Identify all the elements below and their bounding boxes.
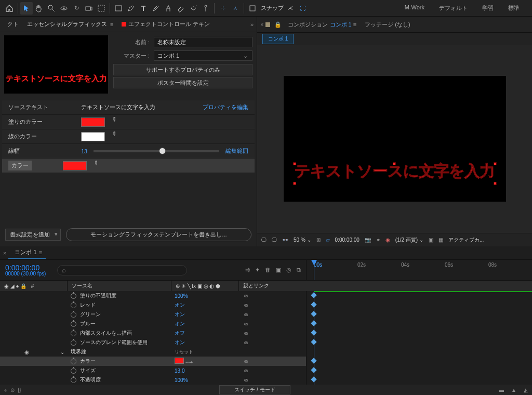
viewer-time[interactable]: 0:00:00:00 bbox=[335, 237, 360, 243]
rotate-tool-icon[interactable]: ↻ bbox=[70, 2, 83, 15]
stopwatch-icon[interactable] bbox=[71, 368, 76, 374]
snap-label[interactable]: スナップ bbox=[261, 4, 284, 12]
timeline-tab[interactable]: コンポ 1 ≡ bbox=[8, 247, 46, 259]
pickwhip-icon[interactable]: ෧ bbox=[244, 359, 249, 364]
hdr-parent[interactable]: 親とリンク bbox=[239, 281, 307, 291]
stopwatch-icon[interactable] bbox=[71, 312, 76, 318]
comp-subtab[interactable]: コンポ 1 bbox=[262, 34, 294, 44]
edit-range-link[interactable]: 編集範囲 bbox=[225, 147, 248, 155]
tab-essential-graphics[interactable]: エッセンシャルグラフィックス≡ bbox=[23, 18, 117, 30]
timeline-footer-icons[interactable]: ⟐⊙{} bbox=[4, 387, 21, 393]
edit-properties-link[interactable]: プロパティを編集 bbox=[203, 103, 248, 111]
axis-icon[interactable]: ⊹ bbox=[217, 2, 229, 15]
resolution-dropdown[interactable]: (1/2 画質) ⌄ bbox=[395, 236, 423, 244]
pen-tool-icon[interactable] bbox=[125, 2, 137, 15]
pickwhip-icon[interactable]: ෧ bbox=[244, 340, 249, 346]
pickwhip-icon[interactable]: ෧ bbox=[244, 331, 249, 336]
switch-mode-button[interactable]: スイッチ / モード bbox=[219, 385, 290, 394]
set-poster-time-button[interactable]: ポスター時間を設定 bbox=[113, 77, 252, 88]
link-icon[interactable]: ⚭ bbox=[376, 237, 380, 243]
home-icon[interactable] bbox=[3, 2, 16, 15]
tl-icon-1[interactable]: ⇉ bbox=[245, 267, 250, 273]
export-mogrt-button[interactable]: モーショングラフィックステンプレートを書き出し... bbox=[66, 228, 251, 241]
workspace-default[interactable]: デフォルト bbox=[439, 4, 468, 12]
stopwatch-icon[interactable] bbox=[71, 359, 76, 364]
display-icon[interactable]: 🖵 bbox=[272, 237, 277, 243]
pickwhip-icon[interactable]: ෧ bbox=[244, 321, 249, 327]
eraser-tool-icon[interactable] bbox=[175, 2, 187, 15]
roto-tool-icon[interactable] bbox=[187, 2, 200, 15]
selection-tool-icon[interactable] bbox=[20, 2, 33, 15]
workspace-standard[interactable]: 標準 bbox=[508, 4, 520, 12]
timeline-tracks[interactable] bbox=[307, 291, 532, 385]
name-input[interactable]: 名称未設定 bbox=[154, 37, 252, 47]
master-dropdown[interactable]: コンポ 1⌄ bbox=[154, 50, 252, 61]
pickwhip-icon[interactable]: ෧ bbox=[244, 312, 249, 318]
orbit-tool-icon[interactable] bbox=[58, 2, 70, 15]
stroke-color-swatch[interactable] bbox=[81, 132, 105, 141]
safe-icon[interactable]: ▱ bbox=[326, 237, 330, 243]
zoom-level[interactable]: 50 % ⌄ bbox=[294, 237, 311, 243]
tab-effect-controls[interactable]: エフェクトコントロール テキン bbox=[117, 18, 214, 30]
pickwhip-icon[interactable]: ෧ bbox=[244, 368, 249, 374]
hand-tool-icon[interactable] bbox=[33, 2, 45, 15]
fill-color-swatch[interactable] bbox=[81, 117, 105, 127]
region-icon[interactable]: ▣ bbox=[429, 237, 433, 243]
eyedropper-icon[interactable]: ✎ bbox=[108, 130, 121, 143]
close-icon[interactable]: × bbox=[260, 21, 263, 28]
stopwatch-icon[interactable] bbox=[71, 340, 76, 346]
workspace-learn[interactable]: 学習 bbox=[482, 4, 494, 12]
stopwatch-icon[interactable] bbox=[71, 321, 76, 327]
grid-icon[interactable]: ⊞ bbox=[316, 237, 321, 243]
hdr-source-name[interactable]: ソース名 bbox=[68, 281, 171, 291]
workspace-mwork[interactable]: M-Work bbox=[405, 4, 424, 12]
zoom-nav[interactable]: ▬▲◭ bbox=[499, 387, 528, 393]
stopwatch-icon[interactable] bbox=[71, 293, 76, 299]
snap-box2-icon[interactable]: ⛶ bbox=[296, 2, 309, 15]
color-swatch[interactable] bbox=[175, 358, 184, 364]
stopwatch-icon[interactable] bbox=[71, 331, 76, 336]
tabs-overflow-icon[interactable]: » bbox=[250, 21, 254, 28]
close-icon[interactable]: × bbox=[3, 250, 6, 256]
text-tool-icon[interactable]: T bbox=[137, 2, 150, 15]
active-camera[interactable]: アクティブカ... bbox=[448, 236, 484, 244]
brush-tool-icon[interactable] bbox=[150, 2, 162, 15]
pickwhip-icon[interactable]: ෧ bbox=[244, 293, 249, 299]
supported-props-button[interactable]: サポートするプロパティのみ bbox=[113, 64, 252, 75]
snap-box-icon[interactable] bbox=[246, 2, 259, 15]
eyedropper-icon[interactable]: ✎ bbox=[108, 115, 121, 128]
lock-icon[interactable]: 🔒 bbox=[274, 21, 282, 28]
mask-icon[interactable]: 👓 bbox=[282, 237, 288, 243]
camera-tool-icon[interactable] bbox=[83, 2, 95, 15]
eyedropper-icon[interactable]: ✎ bbox=[90, 159, 103, 172]
composition-viewer[interactable]: テキストソースに文字を入力 bbox=[257, 45, 532, 233]
clone-tool-icon[interactable] bbox=[162, 2, 175, 15]
tab-menu-icon[interactable]: ≡ bbox=[110, 21, 113, 28]
timeline-ruler[interactable]: 00s 02s 04s 06s 08s bbox=[307, 260, 532, 280]
stroke-width-slider[interactable] bbox=[94, 150, 219, 152]
tab-footage[interactable]: フッテージ (なし) bbox=[361, 19, 414, 31]
zoom-tool-icon[interactable] bbox=[45, 2, 58, 15]
work-area-bar[interactable] bbox=[314, 291, 532, 292]
anchor-tool-icon[interactable] bbox=[95, 2, 108, 15]
tl-icon-4[interactable]: ▣ bbox=[276, 267, 281, 273]
monitor-icon[interactable]: 🖵 bbox=[261, 237, 267, 243]
color-swatch[interactable] bbox=[63, 161, 87, 170]
timeline-search-input[interactable] bbox=[57, 265, 187, 275]
stopwatch-icon[interactable] bbox=[71, 302, 76, 308]
tl-icon-6[interactable]: ⧉ bbox=[297, 267, 301, 273]
stroke-width-value[interactable]: 13 bbox=[81, 148, 87, 154]
rectangle-tool-icon[interactable] bbox=[112, 2, 125, 15]
snapshot-icon[interactable]: 📷 bbox=[365, 237, 371, 243]
tl-icon-2[interactable]: ✦ bbox=[255, 267, 260, 273]
add-format-dropdown[interactable]: 書式設定を追加 bbox=[5, 229, 61, 241]
axis2-icon[interactable]: ⋏ bbox=[229, 2, 242, 15]
tab-composition[interactable]: コンポジション コンポ 1 ≡ bbox=[284, 19, 361, 31]
pickwhip-icon[interactable]: ෧ bbox=[244, 302, 249, 308]
tl-icon-5[interactable]: ◎ bbox=[286, 267, 291, 273]
tab-truncated[interactable]: クト bbox=[3, 18, 23, 30]
pickwhip-icon[interactable]: ෧ bbox=[244, 377, 249, 383]
stopwatch-icon[interactable] bbox=[71, 377, 76, 383]
current-time-indicator[interactable] bbox=[314, 260, 314, 280]
transparency-icon[interactable]: ▦ bbox=[438, 237, 443, 243]
